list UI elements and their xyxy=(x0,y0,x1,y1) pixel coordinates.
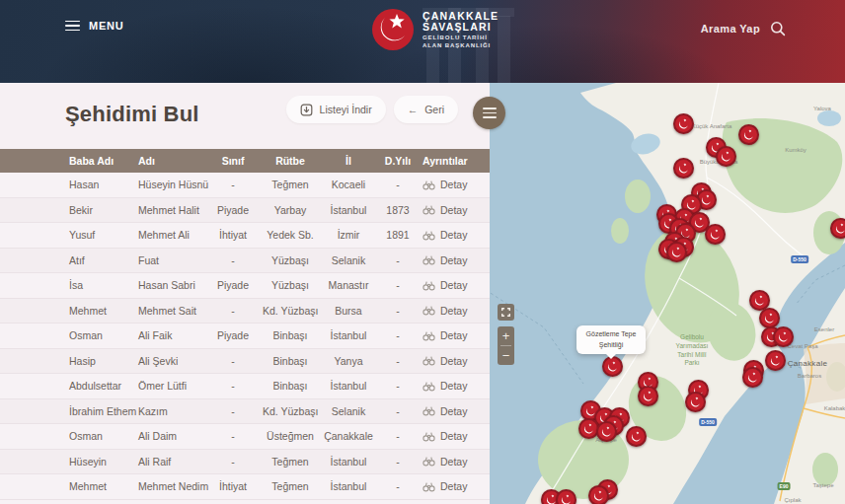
map-controls: + − xyxy=(498,304,514,365)
map-marker[interactable] xyxy=(773,326,794,347)
fullscreen-icon xyxy=(501,308,510,317)
map-marker[interactable] xyxy=(556,489,576,504)
table-cell: Ali Faik xyxy=(138,329,203,341)
menu-label: MENU xyxy=(89,20,124,32)
site-search-button[interactable]: Arama Yap xyxy=(701,21,786,36)
table-cell: Piyade xyxy=(203,204,263,216)
zoom-out-button[interactable]: − xyxy=(498,346,514,365)
page-title: Şehidimi Bul xyxy=(65,102,199,127)
detail-link[interactable]: Detay xyxy=(417,456,490,468)
panel-header: Şehidimi Bul Listeyi İndir ← Geri xyxy=(0,83,490,149)
table-cell: - xyxy=(379,430,417,442)
table-cell: Mehmet Nedim xyxy=(138,480,203,492)
search-label: Arama Yap xyxy=(701,23,760,35)
table-cell: Abdulsettar xyxy=(69,380,138,392)
table-cell: Çanakkale xyxy=(318,430,379,442)
detail-link[interactable]: Detay xyxy=(417,229,490,241)
table-cell: 1873 xyxy=(379,204,417,216)
detail-link[interactable]: Detay xyxy=(417,254,490,266)
map-marker[interactable] xyxy=(742,367,763,388)
table-cell: Kd. Yüzbaşı xyxy=(263,305,318,317)
map-marker[interactable] xyxy=(626,426,647,447)
zoom-controls: + − xyxy=(498,326,514,365)
table-row: YusufMehmet AliİhtiyatYedek Sb.İzmir1891… xyxy=(0,223,490,249)
panel-map-toggle-button[interactable] xyxy=(473,97,505,129)
table-cell: - xyxy=(203,405,263,417)
table-cell: - xyxy=(379,456,417,468)
table-cell: Hüseyin Hüsnü xyxy=(138,179,203,190)
col-sinif: Sınıf xyxy=(203,155,263,167)
table-cell: Binbaşı xyxy=(263,329,318,341)
table-row: HasipAli Şevki-BinbaşıYanya-Detay xyxy=(0,349,490,375)
detail-link[interactable]: Detay xyxy=(417,279,490,291)
table-row: HüseyinAli Raif-Teğmenİstanbul-Detay xyxy=(0,450,490,475)
map-marker[interactable] xyxy=(588,485,609,504)
detail-link[interactable]: Detay xyxy=(417,430,490,442)
map-marker[interactable] xyxy=(596,421,617,442)
table-cell: - xyxy=(379,254,417,266)
table-cell: İsa xyxy=(69,279,138,291)
detail-link[interactable]: Detay xyxy=(417,355,490,367)
detail-link[interactable]: Detay xyxy=(417,380,490,392)
table-cell: Ali Şevki xyxy=(138,355,203,367)
menu-button[interactable]: MENU xyxy=(65,20,124,32)
download-list-button[interactable]: Listeyi İndir xyxy=(286,96,386,123)
table-cell: Bekir xyxy=(69,204,138,216)
map-marker[interactable] xyxy=(673,158,694,179)
table-cell: Üsteğmen xyxy=(263,430,318,442)
table-cell: - xyxy=(203,179,263,190)
back-button[interactable]: ← Geri xyxy=(394,96,458,123)
map-marker[interactable] xyxy=(765,350,786,371)
table-cell: - xyxy=(379,380,417,392)
table-cell: - xyxy=(379,179,417,190)
detail-link[interactable]: Detay xyxy=(417,305,490,317)
detail-link[interactable]: Detay xyxy=(417,480,490,492)
detail-link[interactable]: Detay xyxy=(417,405,490,417)
map-marker[interactable] xyxy=(685,392,706,412)
detail-link[interactable]: Detay xyxy=(417,179,490,190)
map[interactable]: YalovaKüçük AnafartaKumköyBüyükanafartaG… xyxy=(490,83,845,504)
map-marker[interactable] xyxy=(830,218,845,239)
results-panel: Şehidimi Bul Listeyi İndir ← Geri xyxy=(0,83,490,504)
table-cell: Teğmen xyxy=(263,480,318,492)
table-cell: Ali Daim xyxy=(138,430,203,442)
map-marker[interactable] xyxy=(759,308,780,328)
site-logo[interactable]: ÇANAKKALE SAVAŞLARI GELİBOLU TARİHİ ALAN… xyxy=(371,8,499,51)
table-cell: İhtiyat xyxy=(203,229,263,241)
table-cell: Fuat xyxy=(138,254,203,266)
map-marker[interactable] xyxy=(638,386,658,406)
fullscreen-button[interactable] xyxy=(498,304,514,321)
map-marker[interactable] xyxy=(738,124,759,145)
table-cell: Mehmet xyxy=(69,480,138,492)
table-header-row: Baba Adı Adı Sınıf Rütbe İl D.Yılı Ayrın… xyxy=(0,149,490,173)
table-cell: Kazım xyxy=(138,405,203,417)
map-marker[interactable] xyxy=(705,224,726,245)
table-cell: İzmir xyxy=(318,229,379,241)
table-cell: Osman xyxy=(69,329,138,341)
table-cell: Hasan Sabri xyxy=(138,279,203,291)
table-cell: Yedek Sb. xyxy=(263,229,318,241)
table-cell: Yarbay xyxy=(263,204,318,216)
table-cell: - xyxy=(203,355,263,367)
zoom-in-button[interactable]: + xyxy=(498,326,514,345)
table-row: MehmetMehmet Sait-Kd. YüzbaşıBursa-Detay xyxy=(0,299,490,324)
map-marker[interactable] xyxy=(673,113,694,134)
table-row: HasanHüseyin Hüsnü-TeğmenKocaeli-Detay xyxy=(0,173,490,198)
table-cell: Mehmet Halit xyxy=(138,204,203,216)
table-cell: Bursa xyxy=(318,305,379,317)
table-cell: Yusuf xyxy=(69,229,138,241)
download-icon xyxy=(300,104,313,116)
table-row: İbrahim EthemKazım-Kd. YüzbaşıSelanik-De… xyxy=(0,399,490,425)
table-cell: Teğmen xyxy=(263,179,318,190)
map-marker[interactable] xyxy=(716,146,736,167)
table-row: OsmanAli FaikPiyadeBinbaşıİstanbul-Detay xyxy=(0,324,490,349)
table-cell: İstanbul xyxy=(318,329,379,341)
detail-link[interactable]: Detay xyxy=(417,329,490,341)
back-arrow-icon: ← xyxy=(408,104,419,115)
table-cell: - xyxy=(379,405,417,417)
map-marker[interactable] xyxy=(666,242,687,262)
table-cell: İstanbul xyxy=(318,456,379,468)
table-cell: 1891 xyxy=(379,229,417,241)
table-body: HasanHüseyin Hüsnü-TeğmenKocaeli-DetayBe… xyxy=(0,173,490,500)
detail-link[interactable]: Detay xyxy=(417,204,490,216)
